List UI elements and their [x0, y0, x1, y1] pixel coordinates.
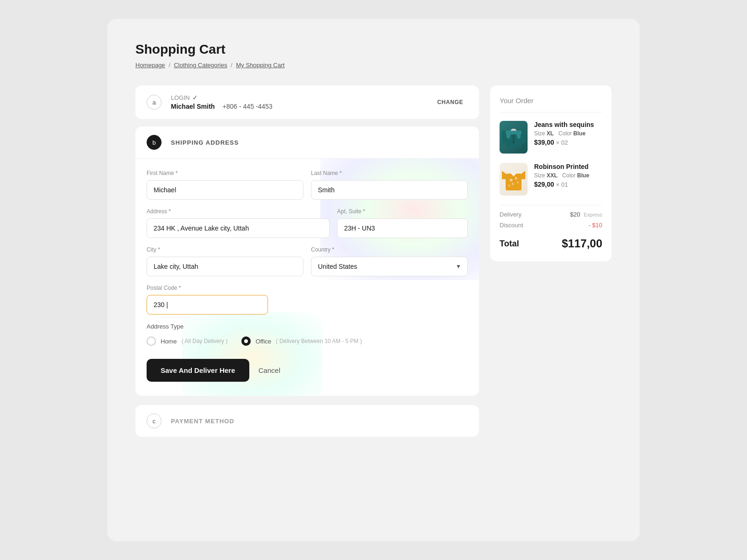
home-note: ( All Day Delivery )	[182, 338, 228, 344]
svg-point-18	[513, 181, 514, 182]
order-divider	[500, 112, 602, 112]
cancel-button[interactable]: Cancel	[259, 366, 281, 374]
item-qty-1: × 02	[556, 139, 568, 146]
city-input[interactable]	[147, 257, 303, 276]
item-thumb-shirt	[500, 163, 528, 196]
login-phone: +806 - 445 -4453	[223, 103, 273, 110]
home-option[interactable]: Home ( All Day Delivery )	[147, 336, 227, 346]
jacket-image	[502, 124, 525, 150]
order-summary: Your Order	[490, 85, 612, 261]
shirt-image	[502, 166, 525, 192]
country-select[interactable]: United States Canada United Kingdom Aust…	[311, 257, 468, 276]
office-option[interactable]: Office ( Delivery Between 10 AM - 5 PM )	[241, 336, 362, 346]
change-button[interactable]: CHANGE	[432, 96, 468, 108]
home-label: Home	[161, 338, 177, 345]
left-column: a LOGIN ✓ Michael Smith +806 - 445 -4453	[135, 85, 479, 437]
svg-point-17	[513, 178, 514, 179]
item-meta-1: Size XL Color Blue	[534, 130, 594, 137]
delivery-note: Express	[584, 212, 602, 217]
country-select-wrapper: United States Canada United Kingdom Aust…	[311, 257, 468, 276]
item-thumb-jacket	[500, 121, 528, 154]
city-country-row: City * Country * United States Canada Un…	[147, 246, 468, 276]
city-label: City *	[147, 246, 303, 253]
breadcrumb-clothing[interactable]: Clothing Categories	[174, 62, 227, 69]
main-layout: a LOGIN ✓ Michael Smith +806 - 445 -4453	[135, 85, 612, 437]
login-section: a LOGIN ✓ Michael Smith +806 - 445 -4453	[135, 85, 479, 119]
address-group: Address *	[147, 208, 330, 238]
login-user-row: Michael Smith +806 - 445 -4453	[171, 102, 273, 111]
postal-input[interactable]	[147, 295, 268, 315]
office-label: Office	[255, 338, 271, 345]
total-label: Total	[500, 239, 519, 249]
payment-label: PAYMENT METHOD	[171, 418, 234, 425]
breadcrumb-homepage[interactable]: Homepage	[135, 62, 165, 69]
login-info: LOGIN ✓ Michael Smith +806 - 445 -4453	[171, 94, 273, 111]
svg-point-19	[513, 183, 514, 184]
login-label: LOGIN ✓	[171, 94, 273, 101]
country-label: Country *	[311, 246, 468, 253]
address-input[interactable]	[147, 218, 330, 238]
svg-rect-4	[513, 134, 514, 144]
order-costs: Delivery $20 Express Discount - $10 Tota…	[500, 205, 602, 250]
first-name-group: First Name *	[147, 170, 303, 200]
item-name-1: Jeans with sequins	[534, 121, 594, 128]
discount-value: - $10	[588, 222, 602, 229]
address-type-label: Address Type	[147, 323, 468, 330]
postal-row: Postal Code *	[147, 285, 268, 315]
svg-marker-9	[502, 171, 506, 179]
login-checkmark: ✓	[192, 94, 198, 101]
login-username: Michael Smith	[171, 103, 215, 110]
payment-step-badge: c	[147, 413, 162, 428]
item-info-2: Robinson Printed Size XXL Color Blue $29…	[534, 163, 589, 188]
apt-label: Apt, Suite *	[337, 208, 468, 215]
breadcrumb-cart[interactable]: My Shopping Cart	[236, 62, 285, 69]
last-name-group: Last Name *	[311, 170, 468, 200]
delivery-label: Delivery	[500, 211, 521, 218]
svg-marker-10	[521, 171, 525, 179]
svg-point-12	[510, 179, 513, 182]
last-name-input[interactable]	[311, 180, 468, 200]
login-left: a LOGIN ✓ Michael Smith +806 - 445 -4453	[147, 94, 273, 111]
delivery-row: Delivery $20 Express	[500, 211, 602, 218]
svg-point-16	[508, 185, 510, 187]
name-row: First Name * Last Name *	[147, 170, 468, 200]
delivery-value: $20 Express	[570, 211, 602, 218]
first-name-input[interactable]	[147, 180, 303, 200]
payment-section: c PAYMENT METHOD	[135, 405, 479, 437]
save-deliver-button[interactable]: Save And Deliver Here	[147, 359, 249, 382]
svg-point-15	[517, 182, 519, 183]
total-value: $117,00	[562, 237, 602, 250]
address-type-section: Address Type Home ( All Day Delivery ) O…	[147, 323, 468, 346]
item-info-1: Jeans with sequins Size XL Color Blue $3…	[534, 121, 594, 146]
item-price-2: $29,00 × 01	[534, 181, 589, 188]
country-group: Country * United States Canada United Ki…	[311, 246, 468, 276]
shipping-section-card: b SHIPPING ADDRESS First Name * Last Nam…	[135, 126, 479, 396]
discount-row: Discount - $10	[500, 222, 602, 229]
address-label: Address *	[147, 208, 330, 215]
first-name-label: First Name *	[147, 170, 303, 176]
page-title: Shopping Cart	[135, 42, 612, 57]
svg-point-13	[515, 177, 517, 180]
address-options: Home ( All Day Delivery ) Office ( Deliv…	[147, 336, 468, 346]
total-row: Total $117,00	[500, 234, 602, 250]
action-buttons: Save And Deliver Here Cancel	[147, 359, 468, 382]
address-row: Address * Apt, Suite *	[147, 208, 468, 238]
order-item-1: Jeans with sequins Size XL Color Blue $3…	[500, 121, 602, 154]
order-item-2: Robinson Printed Size XXL Color Blue $29…	[500, 163, 602, 196]
login-step-badge: a	[147, 95, 162, 110]
city-group: City *	[147, 246, 303, 276]
postal-group: Postal Code *	[147, 285, 268, 315]
home-radio[interactable]	[147, 336, 156, 346]
last-name-label: Last Name *	[311, 170, 468, 176]
page-container: Shopping Cart Homepage / Clothing Catego…	[107, 19, 640, 541]
svg-rect-7	[506, 131, 521, 134]
office-radio[interactable]	[241, 336, 251, 346]
item-price-1: $39,00 × 02	[534, 139, 594, 146]
login-section-card: a LOGIN ✓ Michael Smith +806 - 445 -4453	[135, 85, 479, 119]
apt-input[interactable]	[337, 218, 468, 238]
item-name-2: Robinson Printed	[534, 163, 589, 170]
your-order-title: Your Order	[500, 97, 602, 105]
item-qty-2: × 01	[556, 181, 568, 188]
discount-label: Discount	[500, 222, 523, 229]
apt-group: Apt, Suite *	[337, 208, 468, 238]
